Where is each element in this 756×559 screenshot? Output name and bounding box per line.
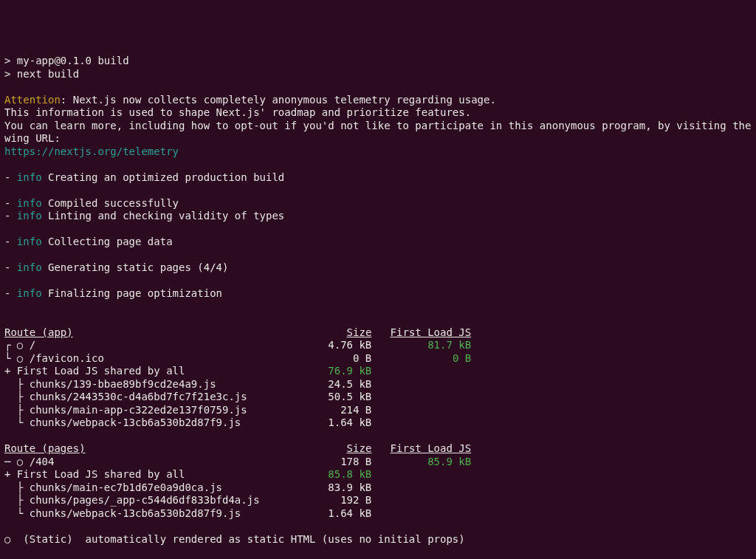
- dash: -: [4, 287, 17, 299]
- route-app-row: ┌ ○ / 4.76 kB 81.7 kB: [4, 339, 471, 351]
- telemetry-link[interactable]: https://nextjs.org/telemetry: [4, 145, 179, 157]
- dash: -: [4, 210, 17, 222]
- info-message: Finalizing page optimization: [42, 287, 222, 299]
- col-first-load: First Load JS: [391, 326, 472, 338]
- telemetry-text-1: : Next.js now collects completely anonym…: [61, 94, 496, 106]
- info-label: info: [17, 236, 42, 247]
- route-pages-row: ├ chunks/pages/_app-c544d6df833bfd4a.js …: [4, 494, 371, 506]
- size-cell: 214 B: [303, 404, 372, 416]
- dash: -: [4, 261, 17, 273]
- col-size: Size: [347, 326, 372, 338]
- telemetry-text-4: wing URL:: [4, 132, 61, 144]
- info-label: info: [17, 210, 42, 222]
- info-message: Creating an optimized production build: [42, 171, 285, 183]
- info-message: Generating static pages (4/4): [42, 261, 229, 273]
- info-label: info: [17, 197, 42, 209]
- size-cell: 1.64 kB: [303, 416, 372, 428]
- size-cell: 192 B: [303, 494, 372, 506]
- route-app-header: Route (app) Size First Load JS: [4, 326, 471, 338]
- route-app-row: └ ○ /favicon.ico 0 B 0 B: [4, 352, 471, 364]
- route-app-row: ├ chunks/139-bbae89bf9cd2e4a9.js 24.5 kB: [4, 378, 371, 390]
- dash: -: [4, 236, 17, 247]
- first-load-cell: 85.9 kB: [391, 456, 472, 467]
- route-app-row: ├ chunks/2443530c-d4a6bd7fc7f21e3c.js 50…: [4, 391, 371, 402]
- route-pages-row: └ chunks/webpack-13cb6a530b2d87f9.js 1.6…: [4, 507, 371, 519]
- info-message: Compiled successfully: [42, 197, 179, 209]
- info-label: info: [17, 261, 42, 273]
- info-message: Linting and checking validity of types: [42, 210, 285, 222]
- route-app-row: ├ chunks/main-app-c322ed2e137f0759.js 21…: [4, 404, 371, 416]
- route-app-row: └ chunks/webpack-13cb6a530b2d87f9.js 1.6…: [4, 416, 371, 428]
- size-cell: 0 B: [303, 352, 372, 364]
- col-route: Route (app): [4, 326, 73, 338]
- info-label: info: [17, 171, 42, 183]
- route-pages-row: + First Load JS shared by all 85.8 kB: [4, 468, 371, 480]
- telemetry-text-2: This information is used to shape Next.j…: [4, 106, 471, 118]
- route-pages-header: Route (pages) Size First Load JS: [4, 442, 471, 454]
- first-load-cell: 0 B: [391, 352, 472, 364]
- attention-label: Attention: [4, 94, 61, 106]
- size-cell: 178 B: [303, 456, 372, 467]
- route-app-row: + First Load JS shared by all 76.9 kB: [4, 365, 371, 377]
- telemetry-text-3: You can learn more, including how to opt…: [4, 120, 756, 131]
- col-first-load: First Load JS: [391, 442, 472, 454]
- col-size: Size: [347, 442, 372, 454]
- first-load-cell: 81.7 kB: [391, 339, 472, 351]
- size-cell: 85.8 kB: [303, 468, 372, 480]
- dash: -: [4, 171, 17, 183]
- size-cell: 76.9 kB: [303, 365, 372, 377]
- size-cell: 4.76 kB: [303, 339, 372, 351]
- build-script-line: > my-app@0.1.0 build: [4, 55, 129, 66]
- static-legend: ○ (Static) automatically rendered as sta…: [4, 533, 465, 545]
- route-pages-row: ├ chunks/main-ec7b1d67e0a9d0ca.js 83.9 k…: [4, 481, 371, 493]
- terminal-output[interactable]: > my-app@0.1.0 build> next build Attenti…: [4, 55, 752, 559]
- size-cell: 1.64 kB: [303, 507, 372, 519]
- build-command-line: > next build: [4, 68, 79, 80]
- info-message: Collecting page data: [42, 236, 173, 247]
- size-cell: 24.5 kB: [303, 378, 372, 390]
- col-route: Route (pages): [4, 442, 86, 454]
- dash: -: [4, 197, 17, 209]
- route-pages-row: ─ ○ /404 178 B 85.9 kB: [4, 456, 471, 467]
- size-cell: 83.9 kB: [303, 481, 372, 493]
- size-cell: 50.5 kB: [303, 391, 372, 402]
- info-label: info: [17, 287, 42, 299]
